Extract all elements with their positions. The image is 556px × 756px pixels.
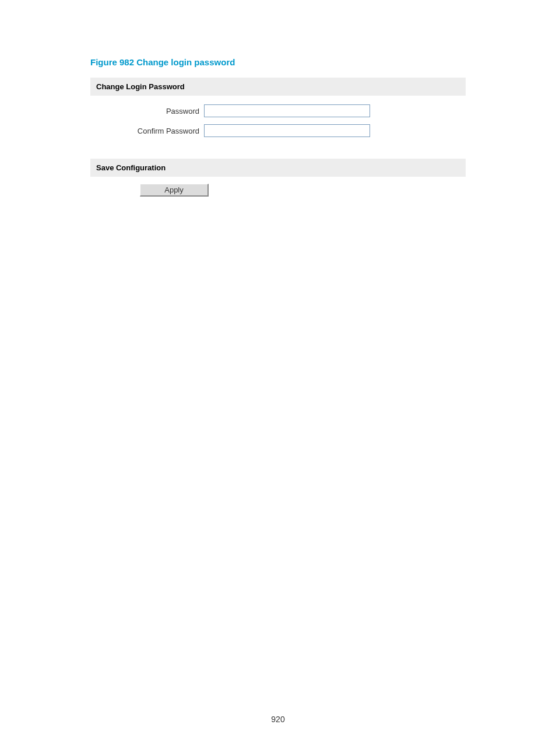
button-container: Apply <box>90 177 466 197</box>
change-password-header: Change Login Password <box>90 78 466 96</box>
page-number: 920 <box>0 715 556 724</box>
confirm-password-row: Confirm Password <box>90 124 466 137</box>
confirm-password-input[interactable] <box>204 124 370 137</box>
password-input[interactable] <box>204 104 370 117</box>
password-row: Password <box>90 104 466 117</box>
apply-button[interactable]: Apply <box>140 184 209 197</box>
change-password-form: Password Confirm Password <box>90 96 466 159</box>
confirm-password-label: Confirm Password <box>90 127 204 135</box>
password-label: Password <box>90 107 204 116</box>
save-configuration-header: Save Configuration <box>90 159 466 177</box>
figure-caption: Figure 982 Change login password <box>90 57 466 67</box>
